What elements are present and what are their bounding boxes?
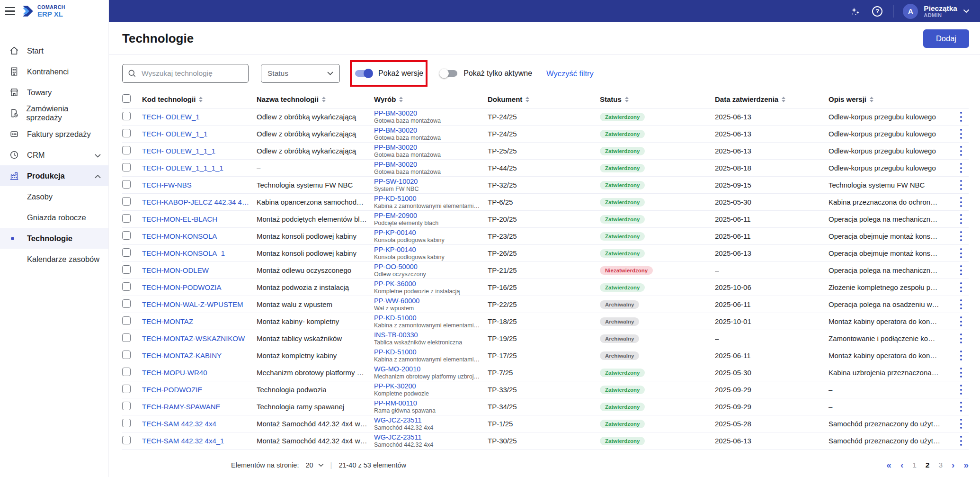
sidebar-item-kontrahenci[interactable]: Kontrahenci	[0, 61, 108, 82]
header-status[interactable]: Status	[600, 95, 715, 103]
prev-page-button[interactable]: ‹	[900, 460, 903, 469]
row-checkbox[interactable]	[122, 316, 131, 325]
row-checkbox[interactable]	[122, 419, 131, 427]
sidebar-item-technologie[interactable]: Technologie	[0, 228, 108, 249]
row-checkbox[interactable]	[122, 197, 131, 206]
sidebar-item-towary[interactable]: Towary	[0, 82, 108, 103]
row-actions-kebab-icon[interactable]	[957, 126, 965, 141]
row-checkbox[interactable]	[122, 112, 131, 120]
header-kod-technologii[interactable]: Kod technologii	[142, 95, 257, 103]
row-checkbox[interactable]	[122, 368, 131, 376]
header-data-zatwierdzenia[interactable]: Data zatwierdzenia	[715, 95, 829, 103]
row-checkbox[interactable]	[122, 163, 131, 171]
technology-code-link[interactable]: TECH- ODLEW_1_1	[142, 130, 257, 138]
add-button[interactable]: Dodaj	[923, 29, 969, 48]
technology-code-link[interactable]: TECH-KABOP-JELCZ 442.34 4X4	[142, 198, 257, 206]
sidebar-item-produkcja[interactable]: Produkcja	[0, 165, 108, 186]
per-page-select[interactable]: 20	[305, 461, 323, 469]
row-actions-kebab-icon[interactable]	[957, 416, 965, 431]
technology-code-link[interactable]: TECH-FW-NBS	[142, 181, 257, 189]
row-actions-kebab-icon[interactable]	[957, 331, 965, 346]
technology-code-link[interactable]: TECH- ODLEW_1_1_1_1	[142, 164, 257, 172]
row-checkbox[interactable]	[122, 214, 131, 223]
technology-code-link[interactable]: TECH- ODLEW_1	[142, 113, 257, 121]
row-actions-kebab-icon[interactable]	[957, 297, 965, 312]
row-checkbox[interactable]	[122, 333, 131, 342]
row-checkbox[interactable]	[122, 385, 131, 393]
technology-code-link[interactable]: TECH-MONTAŻ-KABINY	[142, 351, 257, 360]
product-code-link[interactable]: PP-OO-50000	[374, 263, 481, 270]
hamburger-menu-icon[interactable]	[5, 7, 15, 16]
sidebar-item-crm[interactable]: CRM	[0, 144, 108, 165]
technology-code-link[interactable]: TECH-MON-EL-BLACH	[142, 215, 257, 223]
page-1-button[interactable]: 1	[912, 461, 917, 469]
header-nazwa-technologii[interactable]: Nazwa technologii	[257, 95, 374, 103]
header-dokument[interactable]: Dokument	[488, 95, 600, 103]
product-code-link[interactable]: PP-KD-51000	[374, 348, 481, 356]
technology-code-link[interactable]: TECH-MOPU-WR40	[142, 369, 257, 377]
row-actions-kebab-icon[interactable]	[957, 280, 965, 295]
technology-code-link[interactable]: TECH-MON-WAL-Z-WPUSTEM	[142, 300, 257, 308]
technology-code-link[interactable]: TECH-SAM 442.32 4x4	[142, 420, 257, 428]
product-code-link[interactable]: PP-KD-51000	[374, 195, 481, 202]
product-code-link[interactable]: PP-WW-60000	[374, 297, 481, 305]
row-actions-kebab-icon[interactable]	[957, 229, 965, 243]
sidebar-item-faktury-sprzedazy[interactable]: Faktury sprzedaży	[0, 124, 108, 144]
product-code-link[interactable]: PP-RM-00110	[374, 399, 481, 407]
row-checkbox[interactable]	[122, 129, 131, 137]
ai-sparkles-icon[interactable]	[849, 5, 862, 18]
sidebar-item-zasoby[interactable]: Zasoby	[0, 186, 108, 207]
clear-filters-link[interactable]: Wyczyść filtry	[546, 69, 594, 78]
technology-code-link[interactable]: TECH-SAM 442.32 4x4_1	[142, 437, 257, 445]
sidebar-item-gniazda-robocze[interactable]: Gniazda robocze	[0, 207, 108, 228]
help-icon[interactable]: ?	[871, 5, 883, 18]
product-code-link[interactable]: PP-KP-00140	[374, 229, 481, 236]
row-actions-kebab-icon[interactable]	[957, 212, 965, 226]
next-page-button[interactable]: ›	[952, 460, 954, 469]
technology-code-link[interactable]: TECH-MONTAZ-WSKAZNIKOW	[142, 334, 257, 342]
row-checkbox[interactable]	[122, 231, 131, 240]
product-code-link[interactable]: PP-BM-30020	[374, 161, 481, 168]
technology-code-link[interactable]: TECH-MON-PODWOZIA	[142, 283, 257, 291]
technology-code-link[interactable]: TECH-MON-ODLEW	[142, 266, 257, 274]
product-code-link[interactable]: PP-KP-00140	[374, 246, 481, 253]
product-code-link[interactable]: PP-SW-10020	[374, 178, 481, 185]
row-checkbox[interactable]	[122, 282, 131, 291]
row-actions-kebab-icon[interactable]	[957, 109, 965, 124]
technology-code-link[interactable]: TECH- ODLEW_1_1_1	[142, 147, 257, 155]
sidebar-item-kalendarze-zasobow[interactable]: Kalendarze zasobów	[0, 249, 108, 270]
search-input[interactable]	[122, 64, 249, 83]
technology-code-link[interactable]: TECH-PODWOZIE	[142, 386, 257, 394]
row-actions-kebab-icon[interactable]	[957, 433, 965, 448]
row-checkbox[interactable]	[122, 248, 131, 257]
technology-code-link[interactable]: TECH-MON-KONSOLA_1	[142, 249, 257, 257]
product-code-link[interactable]: PP-EM-20900	[374, 212, 481, 219]
technology-code-link[interactable]: TECH-MONTAZ	[142, 317, 257, 325]
row-checkbox[interactable]	[122, 436, 131, 444]
product-code-link[interactable]: WG-JCZ-23511	[374, 433, 481, 441]
product-code-link[interactable]: PP-PK-36000	[374, 280, 481, 288]
product-code-link[interactable]: INS-TB-00330	[374, 331, 481, 339]
product-code-link[interactable]: PP-BM-30020	[374, 126, 481, 134]
row-actions-kebab-icon[interactable]	[957, 246, 965, 261]
show-versions-toggle[interactable]	[354, 68, 373, 79]
row-checkbox[interactable]	[122, 180, 131, 189]
row-actions-kebab-icon[interactable]	[957, 399, 965, 414]
first-page-button[interactable]: «	[886, 460, 891, 469]
row-actions-kebab-icon[interactable]	[957, 161, 965, 175]
product-code-link[interactable]: PP-BM-30020	[374, 109, 481, 117]
row-actions-kebab-icon[interactable]	[957, 178, 965, 192]
show-active-toggle[interactable]	[439, 68, 458, 79]
product-code-link[interactable]: WG-JCZ-23511	[374, 416, 481, 424]
row-checkbox[interactable]	[122, 299, 131, 308]
row-checkbox[interactable]	[122, 402, 131, 410]
product-code-link[interactable]: PP-BM-30020	[374, 144, 481, 151]
status-select[interactable]: Status	[261, 64, 340, 83]
user-menu[interactable]: A Pieczątka ADMIN	[903, 4, 970, 19]
row-actions-kebab-icon[interactable]	[957, 144, 965, 158]
select-all-checkbox[interactable]	[122, 94, 131, 103]
technology-code-link[interactable]: TECH-RAMY-SPAWANE	[142, 403, 257, 411]
row-checkbox[interactable]	[122, 351, 131, 359]
header-wyrob[interactable]: Wyrób	[374, 95, 488, 103]
product-code-link[interactable]: PP-KD-51000	[374, 314, 481, 322]
